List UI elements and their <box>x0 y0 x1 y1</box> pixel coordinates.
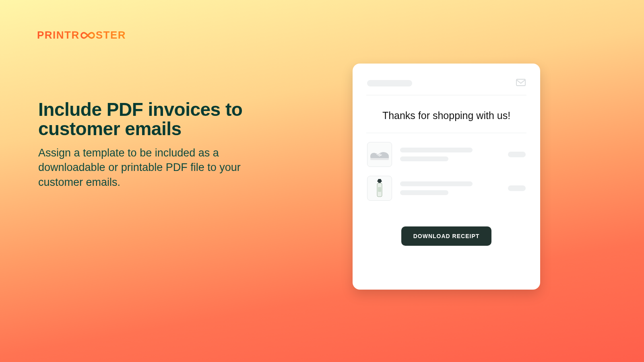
brand-logo: PRINTR STER <box>37 29 126 41</box>
marketing-slide: PRINTR STER Include PDF invoices to cust… <box>0 0 644 362</box>
infinity-icon <box>80 31 95 39</box>
sneaker-icon <box>367 142 392 167</box>
download-receipt-button[interactable]: DOWNLOAD RECEIPT <box>401 226 492 246</box>
placeholder-line <box>400 148 473 152</box>
placeholder-line <box>400 190 448 195</box>
thanks-message: Thanks for shopping with us! <box>367 110 526 121</box>
envelope-icon <box>516 79 526 88</box>
email-header <box>367 79 526 88</box>
brand-name-pre: PRINTR <box>37 29 80 41</box>
svg-rect-2 <box>378 187 381 192</box>
line-item-text <box>400 148 500 161</box>
line-item <box>367 142 526 167</box>
email-preview-card: Thanks for shopping with us! <box>353 64 540 290</box>
price-placeholder <box>508 152 526 157</box>
divider <box>366 133 526 133</box>
email-subject-placeholder <box>367 80 412 86</box>
bottle-icon <box>367 176 392 201</box>
svg-rect-0 <box>516 79 525 86</box>
hero-subtitle: Assign a template to be included as a do… <box>38 146 288 189</box>
price-placeholder <box>508 185 526 191</box>
placeholder-line <box>400 156 448 161</box>
line-item-text <box>400 181 500 195</box>
placeholder-line <box>400 181 473 186</box>
divider <box>366 95 526 95</box>
brand-name-post: STER <box>96 29 126 41</box>
hero-title: Include PDF invoices to customer emails <box>38 100 296 139</box>
line-item <box>367 176 526 201</box>
